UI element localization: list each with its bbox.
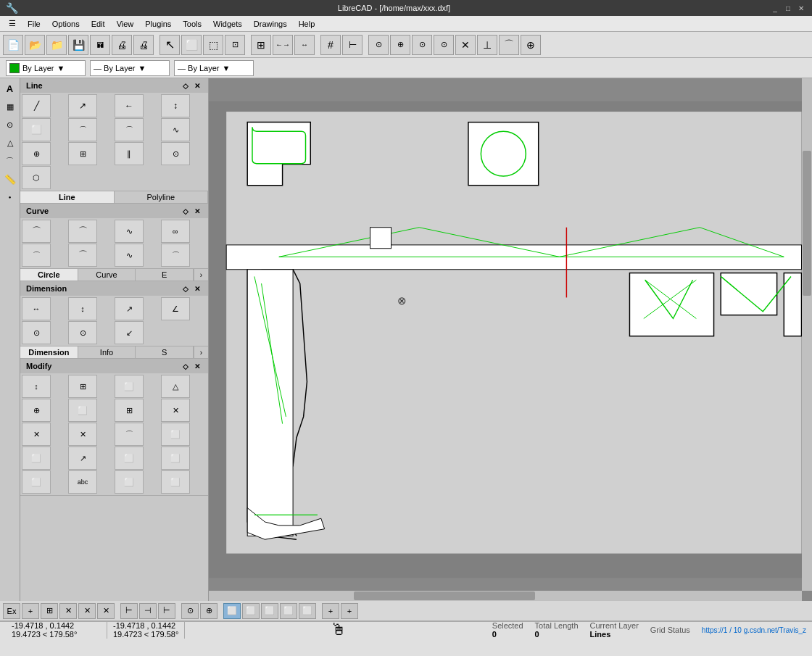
menu-edit[interactable]: Edit [86, 18, 111, 30]
tab-curve[interactable]: Curve [78, 269, 136, 281]
dim-radius[interactable]: ⊙ [22, 321, 51, 344]
dot-icon[interactable]: ● [1, 188, 19, 206]
dimension-section-pin[interactable]: ◇ [181, 283, 191, 294]
snap-lines-button[interactable]: ✕ [59, 603, 77, 619]
select2-button[interactable]: ⬜ [181, 35, 202, 55]
grid-button[interactable]: # [320, 35, 341, 55]
view-vert-button[interactable]: ⬜ [242, 603, 260, 619]
color-select[interactable]: By Layer ▼ [6, 60, 86, 76]
tab-polyline[interactable]: Polyline [115, 191, 209, 203]
point-icon[interactable]: ⊙ [1, 116, 19, 133]
align-left-button[interactable]: ⊢ [120, 603, 138, 619]
line-section-close[interactable]: ✕ [192, 80, 202, 91]
curve-spline[interactable]: ⌒ [22, 244, 51, 267]
minimize-button[interactable]: _ [770, 3, 780, 13]
menu-tools[interactable]: Tools [177, 18, 207, 30]
dim-horiz[interactable]: ↔ [22, 297, 51, 320]
mod-divide[interactable]: ⬜ [22, 447, 51, 470]
view-4-button[interactable]: ⬜ [299, 603, 316, 619]
snap-node-button[interactable]: ⊙ [434, 35, 454, 55]
save2-button[interactable]: 🖬 [90, 35, 110, 55]
snap-cen-button[interactable]: ⊙ [412, 35, 432, 55]
mod-fillet[interactable]: ⬜ [161, 423, 190, 446]
snap-int-button[interactable]: ✕ [455, 35, 476, 55]
modify-section-close[interactable]: ✕ [192, 361, 202, 371]
snap2-button[interactable]: ↔ [294, 35, 315, 55]
magnet-button[interactable]: ⊕ [200, 603, 218, 619]
tab-line[interactable]: Line [20, 191, 115, 203]
snap-rel-button[interactable]: ⊕ [521, 35, 541, 55]
snap-all-button[interactable]: ⊞ [41, 603, 58, 619]
ortho-button[interactable]: ⊢ [342, 35, 362, 55]
snap-pt-button[interactable]: ⊙ [181, 603, 199, 619]
mod-prop[interactable]: ⬜ [161, 447, 190, 470]
arc-icon[interactable]: ⌒ [1, 152, 19, 170]
snap1-button[interactable]: ←→ [273, 35, 293, 55]
mod-block[interactable]: ⬜ [161, 470, 190, 494]
modify-section-pin[interactable]: ◇ [181, 361, 191, 371]
mod-rotate[interactable]: ⊕ [22, 399, 51, 422]
mod-stretch[interactable]: ⬜ [68, 399, 97, 422]
print-preview-button[interactable]: 🖨 [112, 35, 132, 55]
close-button[interactable]: ✕ [796, 3, 806, 13]
line-horiz[interactable]: ← [115, 94, 144, 117]
line-bisector[interactable]: ⊞ [68, 142, 97, 165]
line-angle[interactable]: ↗ [68, 94, 97, 117]
linewidth-select[interactable]: — By Layer ▼ [174, 60, 254, 76]
mod-extend[interactable]: ✕ [22, 423, 51, 446]
curve-ellipse[interactable]: ∞ [161, 220, 190, 243]
view-single-button[interactable]: ⬜ [223, 603, 241, 619]
mod-move[interactable]: ↕ [22, 375, 51, 398]
menu-file[interactable]: File [22, 18, 46, 30]
dim-leader[interactable]: ↙ [115, 321, 144, 344]
line-2pt[interactable]: ╱ [22, 94, 51, 117]
linetype-select[interactable]: — By Layer ▼ [90, 60, 170, 76]
line-rect[interactable]: ⬜ [22, 118, 51, 141]
text-tool-icon[interactable]: A [1, 80, 19, 97]
mod-mirror[interactable]: △ [161, 375, 190, 398]
dim-diam[interactable]: ⊙ [68, 321, 97, 344]
line-section-pin[interactable]: ◇ [181, 80, 191, 91]
snap-grid-button[interactable]: + [22, 603, 39, 619]
curve-arc2[interactable]: ⌒ [68, 220, 97, 243]
hatch-icon[interactable]: ▦ [1, 98, 19, 115]
snap-per-button[interactable]: ⊥ [477, 35, 497, 55]
open2-button[interactable]: 📁 [46, 35, 67, 55]
select4-button[interactable]: ⊡ [225, 35, 245, 55]
curve-section-pin[interactable]: ◇ [181, 206, 191, 216]
view-h3-button[interactable]: ⬜ [280, 603, 297, 619]
dim-align[interactable]: ↗ [115, 297, 144, 320]
line-parallel[interactable]: ∥ [115, 142, 144, 165]
measure-icon[interactable]: 📏 [1, 170, 19, 188]
snap-more-button[interactable]: ✕ [78, 603, 96, 619]
snap-tan-button[interactable]: ⌒ [499, 35, 519, 55]
vertical-scrollbar-thumb[interactable] [803, 151, 811, 296]
line-bisect[interactable]: ⌒ [68, 118, 97, 141]
tab-ellipse[interactable]: E [136, 269, 194, 281]
mod-scale[interactable]: ⬜ [115, 375, 144, 398]
snap-end-button[interactable]: ⊙ [368, 35, 389, 55]
snap-extra-button[interactable]: ✕ [97, 603, 115, 619]
line-circle[interactable]: ⊙ [161, 142, 190, 165]
curve-section-close[interactable]: ✕ [192, 206, 202, 216]
mod-del[interactable]: ⬜ [22, 470, 51, 494]
curve-extra[interactable]: ⌒ [161, 244, 190, 267]
block-icon[interactable]: △ [1, 134, 19, 151]
mod-chamfer[interactable]: ⌒ [115, 423, 144, 446]
align-mid-button[interactable]: ⊣ [139, 603, 157, 619]
maximize-button[interactable]: □ [783, 3, 793, 13]
curve-free[interactable]: ∿ [115, 244, 144, 267]
dimension-section-close[interactable]: ✕ [192, 283, 202, 294]
menu-plugins[interactable]: Plugins [139, 18, 177, 30]
dimension-tab-more[interactable]: › [194, 346, 208, 358]
line-cross[interactable]: ⊕ [22, 142, 51, 165]
select3-button[interactable]: ⬚ [203, 35, 223, 55]
curve-arc1[interactable]: ⌒ [22, 220, 51, 243]
horizontal-scrollbar[interactable] [209, 591, 802, 601]
dim-angle[interactable]: ∠ [161, 297, 190, 320]
line-free[interactable]: ∿ [161, 118, 190, 141]
mod-break[interactable]: ✕ [68, 423, 97, 446]
layer-toggle-button[interactable]: ⊞ [251, 35, 271, 55]
tab-dimension[interactable]: Dimension [20, 346, 78, 358]
curve-arc3[interactable]: ∿ [115, 220, 144, 243]
